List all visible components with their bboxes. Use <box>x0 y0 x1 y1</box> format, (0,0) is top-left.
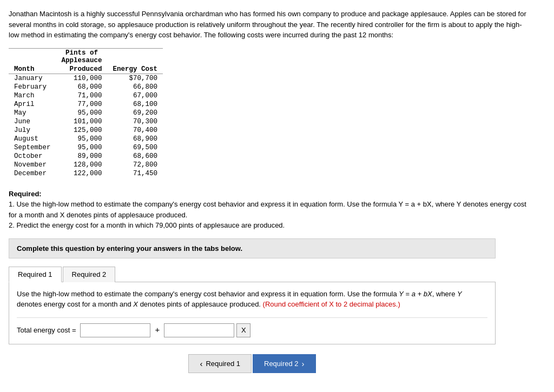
plus-sign: + <box>155 324 160 336</box>
data-table-wrapper: Pints of Applesauce Month Produced Energ… <box>9 48 545 178</box>
cost-cell: 70,300 <box>108 117 163 126</box>
energy-cost-field1[interactable] <box>80 323 150 337</box>
required-item2: 2. Predict the energy cost for a month i… <box>9 220 528 231</box>
month-cell: November <box>9 161 56 169</box>
table-row: February68,00066,800 <box>9 83 163 91</box>
cost-cell: 68,100 <box>108 100 163 109</box>
month-cell: December <box>9 169 56 178</box>
month-cell: January <box>9 74 56 83</box>
pints-cell: 95,000 <box>56 135 108 143</box>
next-button[interactable]: Required 2 <box>253 354 316 373</box>
complete-instructions-text: Complete this question by entering your … <box>17 244 242 253</box>
tab1-label: Required 1 <box>18 270 52 278</box>
pints-cell: 95,000 <box>56 143 108 152</box>
pints-cell: 125,000 <box>56 126 108 135</box>
table-row: August95,00068,900 <box>9 135 163 143</box>
required-section: Required: 1. Use the high-low method to … <box>9 189 528 231</box>
pints-cell: 68,000 <box>56 83 108 91</box>
cost-cell: 68,600 <box>108 152 163 161</box>
prev-button[interactable]: Required 1 <box>188 354 252 373</box>
cost-cell: 68,900 <box>108 135 163 143</box>
month-cell: April <box>9 100 56 109</box>
tab-required1[interactable]: Required 1 <box>9 267 62 282</box>
cost-cell: 71,450 <box>108 169 163 178</box>
col3-header-empty2 <box>108 57 163 65</box>
required-header: Required: <box>9 190 42 198</box>
pints-cell: 89,000 <box>56 152 108 161</box>
pints-cell: 110,000 <box>56 74 108 83</box>
intro-paragraph: Jonathan Macintosh is a highly successfu… <box>9 9 528 41</box>
table-row: October89,00068,600 <box>9 152 163 161</box>
next-label: Required 2 <box>264 360 299 368</box>
pints-cell: 101,000 <box>56 117 108 126</box>
table-row: June101,00070,300 <box>9 117 163 126</box>
complete-instructions-box: Complete this question by entering your … <box>9 238 496 258</box>
cost-cell: 72,800 <box>108 161 163 169</box>
tab2-label: Required 2 <box>72 270 107 278</box>
cost-cell: $70,700 <box>108 74 163 83</box>
col1-header-empty2 <box>9 57 56 65</box>
table-row: January110,000$70,700 <box>9 74 163 83</box>
col3-header-empty <box>108 48 163 57</box>
round-note: (Round coefficient of X to 2 decimal pla… <box>263 300 400 308</box>
energy-cost-field2[interactable] <box>164 323 234 337</box>
month-cell: May <box>9 109 56 117</box>
pints-cell: 71,000 <box>56 91 108 100</box>
prev-label: Required 1 <box>206 360 240 368</box>
cost-cell: 70,400 <box>108 126 163 135</box>
month-cell: August <box>9 135 56 143</box>
cost-cell: 69,200 <box>108 109 163 117</box>
chevron-left-icon <box>200 359 202 368</box>
tab-required2[interactable]: Required 2 <box>63 267 116 282</box>
pints-cell: 95,000 <box>56 109 108 117</box>
cost-data-table: Pints of Applesauce Month Produced Energ… <box>9 48 163 178</box>
table-row: September95,00069,500 <box>9 143 163 152</box>
cost-header: Energy Cost <box>108 65 163 74</box>
pints-cell: 122,000 <box>56 169 108 178</box>
col2-header-line2: Applesauce <box>56 57 108 65</box>
cost-cell: 69,500 <box>108 143 163 152</box>
input-row: Total energy cost = + X <box>17 317 487 337</box>
table-row: December122,00071,450 <box>9 169 163 178</box>
cost-cell: 67,000 <box>108 91 163 100</box>
x-label: X <box>241 325 246 336</box>
tabs-container: Required 1 Required 2 Use the high-low m… <box>9 266 496 344</box>
nav-buttons-row: Required 1 Required 2 <box>9 354 496 373</box>
col2-header-line1: Pints of <box>56 48 108 57</box>
tab1-instruction: Use the high-low method to estimate the … <box>17 289 487 310</box>
table-row: July125,00070,400 <box>9 126 163 135</box>
pints-cell: 128,000 <box>56 161 108 169</box>
table-row: April77,00068,100 <box>9 100 163 109</box>
table-row: March71,00067,000 <box>9 91 163 100</box>
table-row: November128,00072,800 <box>9 161 163 169</box>
chevron-right-icon <box>302 359 305 368</box>
month-cell: September <box>9 143 56 152</box>
month-cell: March <box>9 91 56 100</box>
tab1-content: Use the high-low method to estimate the … <box>9 282 496 344</box>
cost-cell: 66,800 <box>108 83 163 91</box>
col1-header-empty <box>9 48 56 57</box>
month-cell: February <box>9 83 56 91</box>
table-row: May95,00069,200 <box>9 109 163 117</box>
tabs-row: Required 1 Required 2 <box>9 266 496 282</box>
required-item1: 1. Use the high-low method to estimate t… <box>9 199 528 220</box>
pints-cell: 77,000 <box>56 100 108 109</box>
month-cell: July <box>9 126 56 135</box>
input-label: Total energy cost = <box>17 325 76 336</box>
month-cell: June <box>9 117 56 126</box>
month-header: Month <box>9 65 56 74</box>
x-button[interactable]: X <box>236 323 250 337</box>
pints-header: Produced <box>56 65 108 74</box>
month-cell: October <box>9 152 56 161</box>
